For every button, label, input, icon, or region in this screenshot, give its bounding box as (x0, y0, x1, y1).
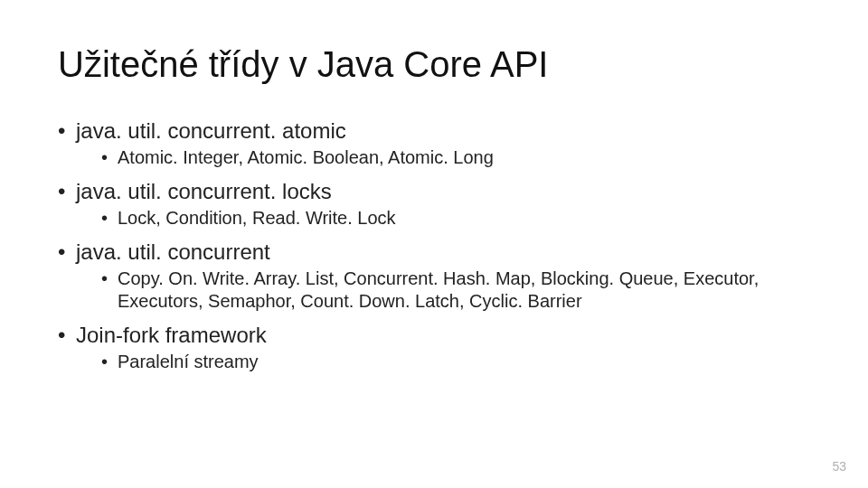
sub-bullet-text: Copy. On. Write. Array. List, Concurrent… (118, 268, 759, 311)
sub-bullet-list: Paralelní streamy (76, 351, 810, 373)
bullet-text: java. util. concurrent (76, 239, 270, 264)
sub-bullet-item: Copy. On. Write. Array. List, Concurrent… (101, 267, 810, 313)
bullet-text: java. util. concurrent. locks (76, 179, 332, 203)
sub-bullet-list: Atomic. Integer, Atomic. Boolean, Atomic… (76, 146, 810, 169)
sub-bullet-text: Lock, Condition, Read. Write. Lock (118, 208, 396, 228)
sub-bullet-item: Lock, Condition, Read. Write. Lock (101, 207, 810, 230)
bullet-text: java. util. concurrent. atomic (76, 118, 346, 143)
page-number: 53 (832, 459, 846, 474)
sub-bullet-text: Paralelní streamy (118, 352, 259, 371)
sub-bullet-item: Paralelní streamy (101, 351, 810, 373)
sub-bullet-list: Copy. On. Write. Array. List, Concurrent… (76, 267, 810, 313)
bullet-item: java. util. concurrent. atomic Atomic. I… (58, 117, 810, 169)
sub-bullet-list: Lock, Condition, Read. Write. Lock (76, 207, 810, 230)
slide-title: Užitečné třídy v Java Core API (58, 43, 810, 85)
slide: Užitečné třídy v Java Core API java. uti… (0, 0, 868, 488)
sub-bullet-item: Atomic. Integer, Atomic. Boolean, Atomic… (101, 146, 810, 169)
sub-bullet-text: Atomic. Integer, Atomic. Boolean, Atomic… (118, 147, 494, 167)
bullet-list: java. util. concurrent. atomic Atomic. I… (58, 117, 810, 373)
bullet-item: java. util. concurrent Copy. On. Write. … (58, 239, 810, 313)
bullet-item: java. util. concurrent. locks Lock, Cond… (58, 178, 810, 230)
bullet-text: Join-fork framework (76, 323, 267, 347)
bullet-item: Join-fork framework Paralelní streamy (58, 322, 810, 373)
